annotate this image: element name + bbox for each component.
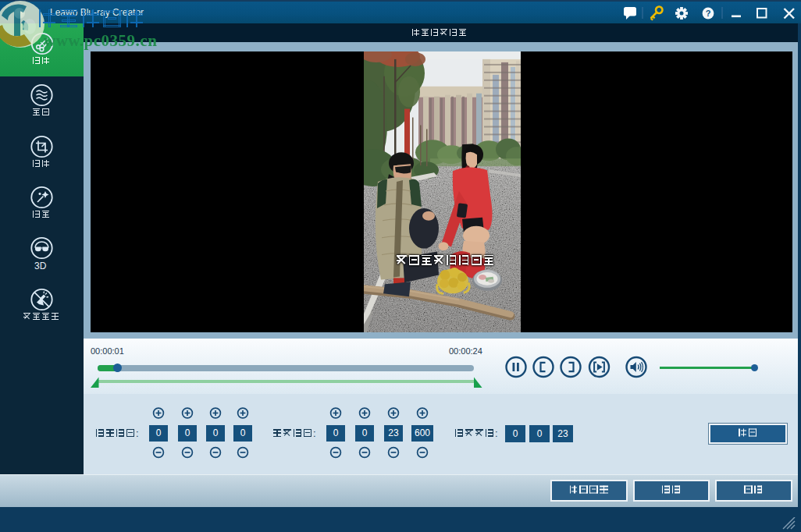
svg-text:?: ? <box>706 9 711 18</box>
